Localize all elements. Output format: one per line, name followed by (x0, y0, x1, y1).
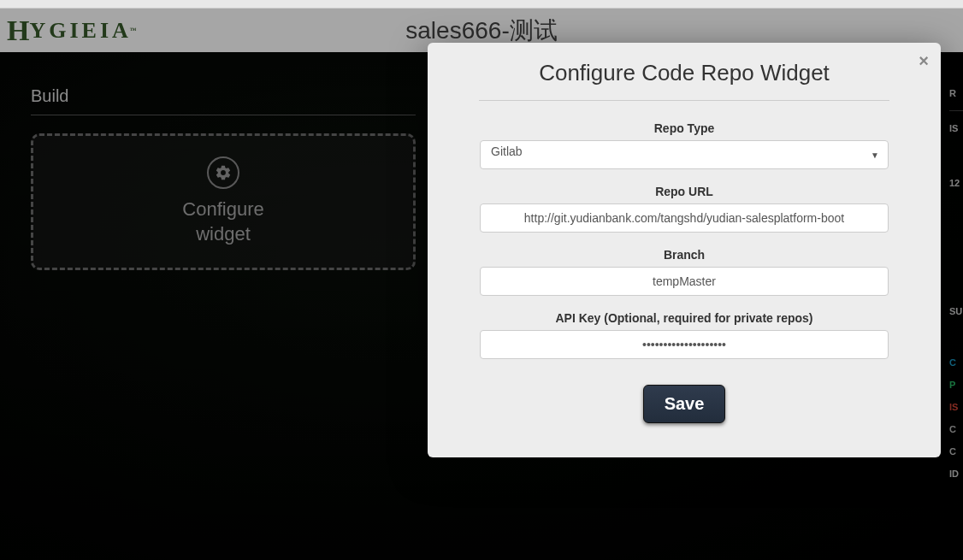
api-key-label: API Key (Optional, required for private … (453, 311, 915, 325)
browser-chrome (0, 0, 963, 9)
close-icon[interactable]: × (919, 51, 929, 71)
api-key-input[interactable] (480, 330, 889, 359)
repo-url-label: Repo URL (453, 185, 915, 198)
repo-type-label: Repo Type (453, 121, 915, 135)
app-root: HYGIEIA™ sales666-测试 Build Configure wid… (0, 9, 963, 560)
configure-code-repo-modal: × Configure Code Repo Widget Repo Type G… (428, 43, 941, 457)
repo-type-select[interactable]: Gitlab ▼ (480, 140, 889, 169)
chevron-down-icon: ▼ (871, 150, 879, 160)
branch-input[interactable] (480, 267, 889, 296)
api-key-group: API Key (Optional, required for private … (453, 311, 915, 359)
repo-type-group: Repo Type Gitlab ▼ (453, 121, 915, 169)
repo-url-group: Repo URL (453, 185, 915, 233)
modal-title: Configure Code Repo Widget (479, 60, 889, 101)
repo-url-input[interactable] (480, 203, 889, 233)
branch-label: Branch (453, 248, 915, 262)
branch-group: Branch (453, 248, 915, 296)
save-button[interactable]: Save (643, 385, 726, 423)
